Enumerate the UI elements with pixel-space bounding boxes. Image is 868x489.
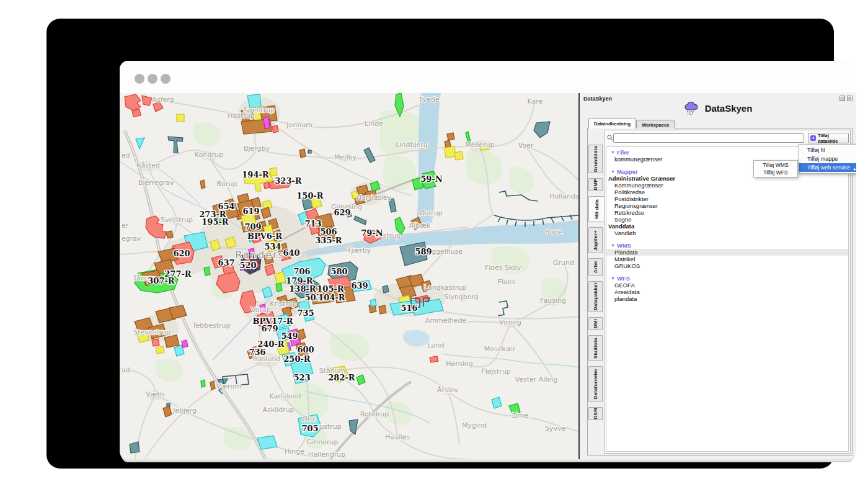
map-parcel-label: 104-R: [318, 293, 345, 302]
search-icon: [607, 135, 613, 141]
collapse-arrow-icon[interactable]: ▼: [611, 149, 615, 156]
dataskyen-cloud-logo-icon: [684, 101, 701, 115]
map-parcel-polygon[interactable]: [454, 151, 463, 160]
map-parcel-polygon[interactable]: [275, 272, 286, 284]
tree-leaf-grukos[interactable]: GRUKOS: [606, 262, 848, 269]
map-parcel-polygon[interactable]: [379, 305, 386, 314]
side-tab-dmi[interactable]: DMI: [588, 317, 603, 330]
tree-leaf-retskredse[interactable]: Retskredse: [606, 209, 848, 216]
window-control-dot[interactable]: [135, 74, 144, 84]
tree-leaf-kommunegr-nser[interactable]: Kommunegrænser: [606, 182, 848, 189]
tree-leaf-sogne[interactable]: Sogne: [606, 216, 848, 223]
tree-leaf-geofa[interactable]: GEOFA: [606, 282, 848, 289]
tree-leaf-plandata[interactable]: plandata: [606, 295, 848, 302]
side-tab-skr-foto[interactable]: Skråfoto: [588, 335, 603, 361]
submenu-item-tilf-j-wms[interactable]: Tilføj WMS: [754, 161, 797, 169]
menu-item-tilf-j-mappe[interactable]: Tilføj mappe: [799, 155, 856, 163]
map-parcel-label: 506: [320, 227, 337, 236]
map-place-label: Råsted: [136, 161, 160, 169]
map-parcel-polygon[interactable]: [132, 109, 141, 117]
tree-leaf-vandl-b[interactable]: Vandløb: [606, 230, 848, 236]
side-tab-arter[interactable]: Arter: [588, 258, 603, 276]
map-place-label: Hastrup: [228, 112, 255, 120]
tree-leaf-postdistrikter[interactable]: Postdistrikter: [606, 195, 848, 202]
map-parcel-polygon[interactable]: [299, 149, 306, 158]
map-parcel-polygon[interactable]: [445, 146, 456, 158]
map-parcel-polygon[interactable]: [445, 140, 451, 148]
side-tab-dmp[interactable]: DMP: [588, 178, 603, 191]
tab-dataindhentning[interactable]: Dataindhentning: [588, 119, 636, 128]
window-control-dot[interactable]: [148, 74, 157, 84]
side-tab-grunddata[interactable]: Grunddata: [588, 145, 603, 173]
tree-leaf-politikredse[interactable]: Politikredse: [606, 189, 848, 195]
map-parcel-polygon[interactable]: [430, 356, 438, 362]
map-parcel-polygon[interactable]: [264, 117, 270, 129]
tree-leaf-plandata[interactable]: Plandata: [606, 249, 848, 256]
tree-group-wfs[interactable]: ▼WFS: [606, 275, 848, 282]
side-tab-datapakker[interactable]: Datapakker: [588, 281, 603, 312]
float-panel-icon[interactable]: ◱: [839, 96, 845, 101]
map-parcel-label: 705: [301, 424, 318, 433]
map-parcel-polygon[interactable]: [210, 381, 215, 390]
tree-leaf-arealdata[interactable]: Arealdata: [606, 289, 848, 295]
add-datasource-button[interactable]: + Tilføj datakilde: [808, 133, 849, 143]
collapse-arrow-icon[interactable]: ▼: [611, 275, 615, 282]
map-place-label: Lindbjerg: [396, 141, 427, 149]
map-parcel-polygon[interactable]: [201, 380, 205, 387]
map-parcel-polygon[interactable]: [177, 114, 184, 122]
map-parcel-polygon[interactable]: [370, 299, 376, 307]
map-place-label: Grund: [553, 259, 574, 267]
map-place-label: Bjerregrav: [138, 179, 174, 187]
menu-item-tilf-j-web-service[interactable]: Tilføj web service▸: [799, 163, 856, 172]
menu-item-tilf-j-fil[interactable]: Tilføj fil: [799, 146, 856, 155]
map-parcel-label: 534: [264, 242, 281, 251]
map-parcel-label: 640: [283, 248, 299, 258]
map-parcel-polygon[interactable]: [182, 340, 188, 348]
map-parcel-polygon[interactable]: [276, 283, 282, 292]
collapse-arrow-icon[interactable]: ▼: [611, 168, 615, 175]
map-parcel-label: 516: [401, 303, 417, 313]
side-tab-datafordeler[interactable]: Datafordeler: [588, 366, 603, 402]
map-place-label: Slyngborg: [444, 293, 479, 301]
map-parcel-label: 736: [249, 348, 265, 357]
map-parcel-polygon[interactable]: [257, 436, 277, 449]
map-parcel-polygon[interactable]: [225, 237, 236, 248]
window-control-dot[interactable]: [161, 74, 170, 84]
map-parcel-polygon[interactable]: [308, 150, 311, 153]
map-parcel-polygon[interactable]: [270, 168, 277, 176]
map-canvas[interactable]: AsfergTvedeKareSpentrupHastrupJennumLind…: [120, 93, 578, 459]
map-parcel-polygon[interactable]: [383, 285, 389, 293]
map-parcel-polygon[interactable]: [204, 267, 210, 276]
map-parcel-polygon[interactable]: [130, 442, 140, 453]
side-tab-osm[interactable]: OSM: [588, 407, 603, 420]
map-place-label: Mellerup: [465, 141, 495, 149]
map-parcel-polygon[interactable]: [152, 339, 159, 346]
tree-leaf-regionsgr-nser[interactable]: Regionsgrænser: [606, 202, 848, 209]
map-view[interactable]: AsfergTvedeKareSpentrupHastrupJennumLind…: [120, 93, 578, 459]
map-place-label: Årslev: [437, 386, 459, 394]
tree-sub-vanddata[interactable]: Vanddata: [606, 223, 848, 230]
map-parcel-label: 619: [242, 207, 259, 216]
tab-workspaces[interactable]: Workspaces: [636, 120, 675, 128]
map-parcel-polygon[interactable]: [200, 180, 205, 189]
side-tab-jupiter-[interactable]: Jupiter+: [588, 227, 603, 253]
map-parcel-label: 589: [415, 247, 432, 256]
map-place-label: ed: [122, 151, 130, 159]
side-tab-mit-data[interactable]: Mit data: [588, 196, 604, 222]
tree-sub-administrative-gr-nser[interactable]: Administrative Grænser: [606, 175, 848, 182]
map-parcel-polygon[interactable]: [447, 133, 454, 140]
map-parcel-polygon[interactable]: [272, 125, 278, 133]
map-parcel-label: 637: [218, 258, 234, 267]
map-place-label: Østrup: [419, 209, 442, 217]
map-parcel-polygon[interactable]: [264, 182, 270, 189]
search-input[interactable]: [613, 133, 804, 143]
map-parcel-polygon[interactable]: [156, 346, 164, 354]
submenu-item-tilf-j-wfs[interactable]: Tilføj WFS: [754, 169, 797, 176]
close-panel-icon[interactable]: ✕: [847, 96, 852, 101]
map-place-label: Kondrup: [195, 151, 223, 159]
map-parcel-polygon[interactable]: [164, 335, 179, 348]
map-place-label: Borup: [217, 180, 237, 188]
collapse-arrow-icon[interactable]: ▼: [611, 242, 615, 249]
tree-leaf-matrikel[interactable]: Matrikel: [606, 256, 848, 262]
tree-group-wms[interactable]: ▼WMS: [606, 242, 848, 249]
